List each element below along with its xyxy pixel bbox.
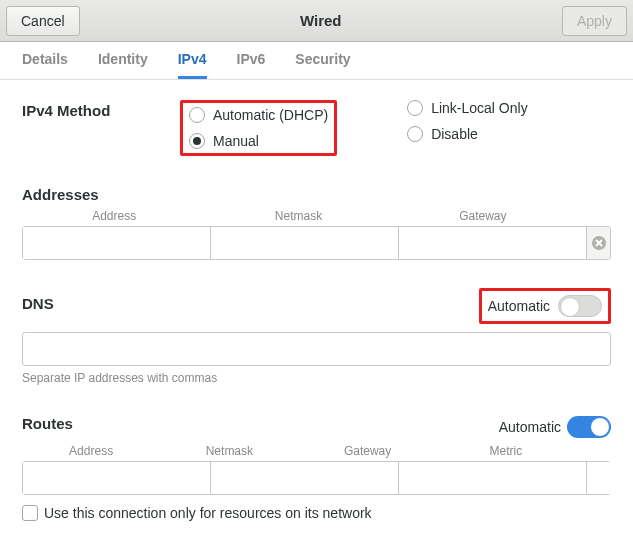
col-address: Address: [22, 209, 206, 223]
radio-dot-icon: [189, 107, 205, 123]
tab-ipv4[interactable]: IPv4: [178, 42, 207, 79]
dns-automatic-label: Automatic: [488, 298, 550, 314]
radio-label: Link-Local Only: [431, 100, 528, 116]
dns-section: DNS Automatic Separate IP addresses with…: [22, 288, 611, 385]
radio-dot-icon: [407, 100, 423, 116]
tab-identity[interactable]: Identity: [98, 42, 148, 79]
ipv4-method-options: Automatic (DHCP) Manual Link-Local Only …: [180, 100, 528, 156]
col-netmask: Netmask: [206, 209, 390, 223]
restrict-label: Use this connection only for resources o…: [44, 505, 372, 521]
dns-automatic-toggle[interactable]: [558, 295, 602, 317]
address-input[interactable]: [23, 227, 211, 259]
col-netmask: Netmask: [160, 444, 298, 458]
routes-automatic-toggle[interactable]: [567, 416, 611, 438]
routes-heading: Routes: [22, 415, 73, 432]
window-title: Wired: [300, 12, 342, 29]
settings-pane: IPv4 Method Automatic (DHCP) Manual Link…: [0, 80, 633, 538]
checkbox-icon: [22, 505, 38, 521]
radio-link-local[interactable]: Link-Local Only: [407, 100, 528, 116]
remove-row-button[interactable]: [586, 227, 610, 259]
dns-hint: Separate IP addresses with commas: [22, 371, 611, 385]
radio-dot-icon: [189, 133, 205, 149]
radio-label: Manual: [213, 133, 259, 149]
route-netmask-input[interactable]: [211, 462, 399, 494]
route-gateway-input[interactable]: [399, 462, 587, 494]
route-metric-input[interactable]: [587, 462, 633, 494]
dns-heading: DNS: [22, 295, 479, 312]
tab-security[interactable]: Security: [295, 42, 350, 79]
dns-highlight-box: Automatic: [479, 288, 611, 324]
method-col-right: Link-Local Only Disable: [407, 100, 528, 156]
restrict-checkbox-row[interactable]: Use this connection only for resources o…: [22, 505, 611, 521]
apply-button[interactable]: Apply: [562, 6, 627, 36]
route-row: [22, 461, 611, 495]
tab-details[interactable]: Details: [22, 42, 68, 79]
headerbar: Cancel Wired Apply: [0, 0, 633, 42]
address-row: [22, 226, 611, 260]
radio-dot-icon: [407, 126, 423, 142]
radio-automatic-dhcp[interactable]: Automatic (DHCP): [189, 107, 328, 123]
ipv4-method-label: IPv4 Method: [22, 100, 122, 119]
radio-label: Disable: [431, 126, 478, 142]
cancel-button[interactable]: Cancel: [6, 6, 80, 36]
radio-label: Automatic (DHCP): [213, 107, 328, 123]
addresses-section: Addresses Address Netmask Gateway: [22, 186, 611, 260]
route-address-input[interactable]: [23, 462, 211, 494]
routes-section: Routes Automatic Address Netmask Gateway…: [22, 415, 611, 521]
tabs: Details Identity IPv4 IPv6 Security: [0, 42, 633, 80]
routes-header-row: Address Netmask Gateway Metric: [22, 444, 611, 458]
radio-disable[interactable]: Disable: [407, 126, 528, 142]
addresses-heading: Addresses: [22, 186, 611, 203]
netmask-input[interactable]: [211, 227, 399, 259]
radio-manual[interactable]: Manual: [189, 133, 328, 149]
method-highlight-box: Automatic (DHCP) Manual: [180, 100, 337, 156]
routes-automatic-label: Automatic: [499, 419, 561, 435]
col-address: Address: [22, 444, 160, 458]
col-gateway: Gateway: [391, 209, 575, 223]
tab-ipv6[interactable]: IPv6: [237, 42, 266, 79]
close-icon: [591, 235, 607, 251]
col-metric: Metric: [437, 444, 575, 458]
gateway-input[interactable]: [399, 227, 586, 259]
addresses-header-row: Address Netmask Gateway: [22, 209, 611, 223]
col-gateway: Gateway: [299, 444, 437, 458]
dns-input[interactable]: [22, 332, 611, 366]
ipv4-method-section: IPv4 Method Automatic (DHCP) Manual Link…: [22, 100, 611, 156]
